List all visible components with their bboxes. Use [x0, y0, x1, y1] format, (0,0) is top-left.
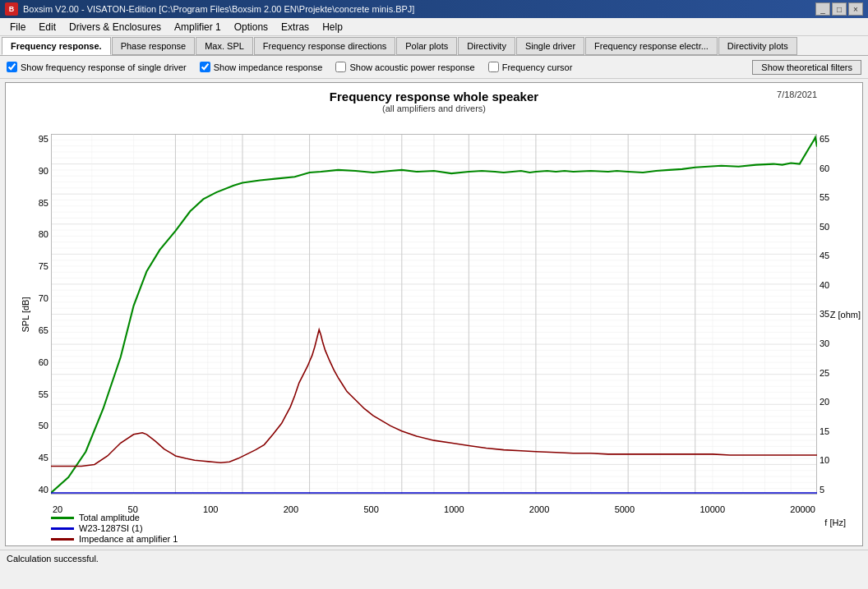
legend-total-amplitude: Total amplitude	[51, 513, 178, 522]
tab-phase-response[interactable]: Phase response	[112, 37, 196, 55]
window-controls[interactable]: _ □ ×	[815, 2, 863, 16]
menu-file[interactable]: File	[3, 18, 32, 35]
legend-driver-line	[51, 527, 74, 530]
chart-subtitle: (all amplifiers and drivers)	[6, 104, 862, 113]
frequency-cursor-input[interactable]	[488, 62, 499, 72]
menu-help[interactable]: Help	[316, 18, 349, 35]
title-bar: B Boxsim V2.00 - VISATON-Edition [C:\Pro…	[0, 0, 868, 18]
status-bar: Calculation successful.	[0, 550, 868, 566]
tab-freq-directions[interactable]: Frequency response directions	[254, 37, 395, 55]
maximize-button[interactable]: □	[832, 2, 847, 16]
legend-total-amplitude-line	[51, 517, 74, 519]
frequency-cursor-checkbox[interactable]: Frequency cursor	[488, 62, 573, 72]
show-acoustic-power-label: Show acoustic power response	[349, 62, 474, 72]
tab-max-spl[interactable]: Max. SPL	[196, 37, 253, 55]
show-impedance-label: Show impedance response	[214, 62, 323, 72]
show-acoustic-power-input[interactable]	[335, 62, 346, 72]
tab-freq-electr[interactable]: Frequency response electr...	[585, 37, 718, 55]
legend-impedance: Impedance at amplifier 1	[51, 534, 178, 544]
show-theoretical-filters-button[interactable]: Show theoretical filters	[752, 60, 861, 75]
show-freq-response-input[interactable]	[7, 62, 17, 72]
tab-bar: Frequency response. Phase response Max. …	[0, 36, 868, 56]
main-content: Frequency response whole speaker (all am…	[5, 82, 863, 546]
window-title: Boxsim V2.00 - VISATON-Edition [C:\Progr…	[23, 4, 414, 14]
tab-single-driver[interactable]: Single driver	[516, 37, 584, 55]
menu-amplifier[interactable]: Amplifier 1	[168, 18, 228, 35]
menu-edit[interactable]: Edit	[32, 18, 62, 35]
title-bar-left: B Boxsim V2.00 - VISATON-Edition [C:\Pro…	[5, 2, 414, 16]
show-freq-response-label: Show frequency response of single driver	[21, 62, 187, 72]
show-impedance-input[interactable]	[200, 62, 210, 72]
toolbar: Show frequency response of single driver…	[0, 56, 868, 79]
x-axis-label: f [Hz]	[824, 518, 846, 527]
app-icon: B	[5, 2, 18, 16]
show-acoustic-power-checkbox[interactable]: Show acoustic power response	[335, 62, 474, 72]
close-button[interactable]: ×	[848, 2, 863, 16]
chart-svg	[51, 134, 817, 495]
legend-impedance-line	[51, 538, 74, 541]
menu-options[interactable]: Options	[228, 18, 275, 35]
y-axis-left: 95 90 85 80 75 70 65 60 55 50 45 40	[22, 134, 48, 495]
chart-date: 7/18/2021	[777, 90, 817, 99]
legend-driver: W23-1287SI (1)	[51, 523, 178, 533]
tab-frequency-response[interactable]: Frequency response.	[2, 37, 111, 55]
legend: Total amplitude W23-1287SI (1) Impedance…	[51, 513, 178, 544]
menu-extras[interactable]: Extras	[275, 18, 316, 35]
status-text: Calculation successful.	[7, 554, 99, 564]
menu-drivers-enclosures[interactable]: Drivers & Enclosures	[62, 18, 168, 35]
tab-directivity-plots[interactable]: Directivity plots	[718, 37, 797, 55]
chart-title: Frequency response whole speaker	[6, 83, 862, 104]
y-axis-right: 65 60 55 50 45 40 35 30 25 20 15 10 5	[820, 134, 846, 495]
minimize-button[interactable]: _	[815, 2, 830, 16]
show-impedance-checkbox[interactable]: Show impedance response	[200, 62, 323, 72]
menu-bar: File Edit Drivers & Enclosures Amplifier…	[0, 18, 868, 36]
tab-directivity[interactable]: Directivity	[458, 37, 515, 55]
frequency-cursor-label: Frequency cursor	[502, 62, 573, 72]
show-freq-response-checkbox[interactable]: Show frequency response of single driver	[7, 62, 187, 72]
tab-polar-plots[interactable]: Polar plots	[396, 37, 457, 55]
